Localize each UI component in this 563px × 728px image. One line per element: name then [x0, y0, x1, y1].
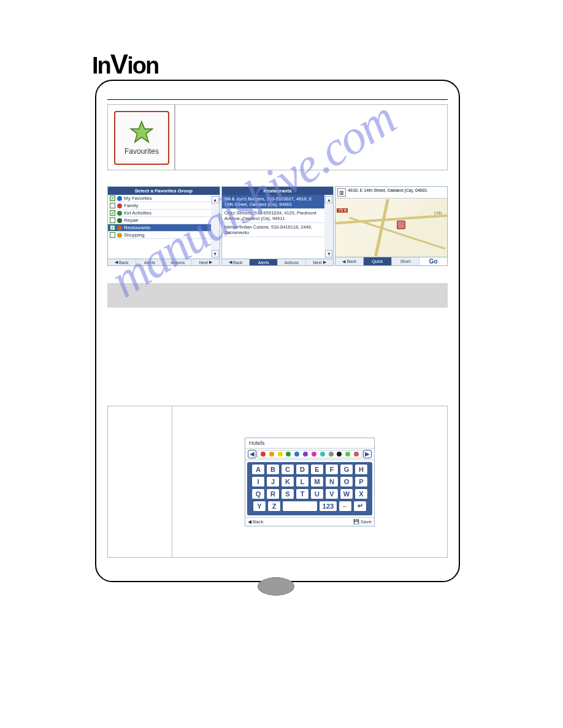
key-q[interactable]: Q [251, 488, 265, 499]
checkbox-icon[interactable]: ✓ [110, 232, 115, 238]
keyboard-back-button[interactable]: ◀Back [245, 518, 310, 526]
alerts-button[interactable]: Alerts [136, 259, 164, 265]
scroll-up-icon[interactable]: ▲ [325, 196, 332, 203]
checkbox-icon[interactable]: ✓ [110, 195, 115, 201]
key-numeric[interactable]: 123 [319, 501, 337, 512]
screenshot-row: Select a Favorites Group ✓My Favorites✓F… [107, 186, 448, 266]
key-enter[interactable]: ↵ [353, 501, 367, 512]
alerts-button[interactable]: Alerts [250, 259, 278, 265]
key-x[interactable]: X [354, 488, 368, 499]
list-item[interactable]: Chez Simone, 510-6551034, 4125, Piedmont… [222, 209, 325, 223]
key-h[interactable]: H [354, 464, 368, 475]
keyboard-panel: Hotels ◀ ▶ ABCDEFGH IJKLMNOP QRSTUVWX Y … [245, 438, 375, 526]
key-o[interactable]: O [340, 476, 353, 487]
category-icon[interactable] [261, 452, 266, 457]
top-rule [107, 99, 448, 100]
key-a[interactable]: A [251, 464, 265, 475]
category-dot-icon [117, 196, 122, 201]
panel2-scrollbar[interactable]: ▲ ▼ [324, 195, 333, 259]
category-icon[interactable] [320, 452, 325, 457]
category-prev-button[interactable]: ◀ [248, 450, 256, 458]
actions-button[interactable]: Actions [278, 259, 306, 265]
list-item[interactable]: ✓Repair [108, 217, 211, 224]
key-j[interactable]: J [266, 476, 280, 487]
category-icon[interactable] [329, 452, 334, 457]
list-item[interactable]: ✓My Favorites [108, 195, 211, 202]
list-item-label: Shopping [124, 232, 145, 238]
key-w[interactable]: W [340, 488, 353, 499]
keyboard-row: Y Z 123 ← ↵ [250, 501, 370, 512]
key-d[interactable]: D [296, 464, 309, 475]
key-r[interactable]: R [266, 488, 280, 499]
checkbox-icon[interactable]: ✓ [110, 218, 115, 223]
category-icon[interactable] [286, 452, 291, 457]
list-item[interactable]: Bill & Joe's Burgers, 510-5323027, 4610,… [222, 195, 325, 209]
category-icon[interactable] [278, 452, 283, 457]
key-e[interactable]: E [310, 464, 324, 475]
panel1-list: ✓My Favorites✓Family✓Kid Activities✓Repa… [108, 195, 211, 259]
key-g[interactable]: G [340, 464, 353, 475]
list-item[interactable]: ✓Family [108, 202, 211, 210]
device-home-button[interactable] [258, 577, 294, 596]
panel-restaurants: Restaurants Bill & Joe's Burgers, 510-53… [221, 186, 334, 266]
keyboard-save-button[interactable]: 💾Save [310, 518, 374, 526]
list-item-label: My Favorites [124, 195, 152, 201]
next-button[interactable]: Next [306, 259, 334, 265]
scroll-down-icon[interactable]: ▼ [212, 250, 219, 257]
key-backspace[interactable]: ← [339, 501, 352, 512]
map-canvas[interactable]: 75 ft 14th [335, 199, 447, 257]
brand-logo: InVion [92, 49, 158, 80]
category-icon[interactable] [312, 452, 316, 457]
key-f[interactable]: F [325, 464, 339, 475]
key-k[interactable]: K [281, 476, 294, 487]
checkbox-icon[interactable]: ✓ [110, 225, 115, 230]
scroll-down-icon[interactable]: ▼ [325, 250, 332, 257]
category-icon[interactable] [269, 452, 274, 457]
category-icon[interactable] [294, 452, 299, 457]
go-button[interactable]: Go [419, 257, 447, 265]
key-b[interactable]: B [266, 464, 280, 475]
checkbox-icon[interactable]: ✓ [110, 203, 115, 208]
list-item[interactable]: Mehak Indian Cuisine, 510-8416118, 2449,… [222, 223, 325, 237]
actions-button[interactable]: Actions [164, 259, 192, 265]
short-button[interactable]: Short [392, 257, 420, 265]
category-next-button[interactable]: ▶ [363, 450, 372, 458]
keyboard-keys: ABCDEFGH IJKLMNOP QRSTUVWX Y Z 123 ← ↵ [247, 462, 372, 515]
favourites-tile-box: Favourites [107, 104, 175, 170]
key-u[interactable]: U [310, 488, 324, 499]
next-button[interactable]: Next [192, 259, 220, 265]
star-icon [129, 120, 154, 145]
key-l[interactable]: L [296, 476, 309, 487]
lower-right-col: Hotels ◀ ▶ ABCDEFGH IJKLMNOP QRSTUVWX Y … [172, 406, 447, 557]
key-t[interactable]: T [296, 488, 309, 499]
list-item-label: Family [124, 203, 139, 208]
category-icon[interactable] [303, 452, 308, 457]
key-z[interactable]: Z [267, 501, 281, 512]
key-n[interactable]: N [325, 476, 339, 487]
favourites-tile[interactable]: Favourites [114, 111, 169, 165]
checkbox-icon[interactable]: ✓ [110, 210, 115, 216]
panel-map: ▥ 4610, E 14th Street, Oakland (Ca), 046… [335, 186, 448, 266]
key-m[interactable]: M [310, 476, 324, 487]
list-item[interactable]: ✓Kid Activities [108, 210, 211, 217]
key-p[interactable]: P [354, 476, 368, 487]
category-icon[interactable] [345, 452, 350, 457]
back-button[interactable]: Back [335, 257, 364, 265]
back-button[interactable]: Back [108, 259, 136, 265]
list-item[interactable]: ✓Restourants [108, 224, 211, 232]
key-space[interactable] [282, 501, 318, 512]
list-item-label: Repair [124, 218, 139, 223]
key-y[interactable]: Y [253, 501, 266, 512]
category-icon[interactable] [354, 452, 359, 457]
panel1-scrollbar[interactable]: ▲ ▼ [211, 195, 220, 259]
category-icon[interactable] [337, 452, 342, 457]
key-i[interactable]: I [251, 476, 265, 487]
scroll-up-icon[interactable]: ▲ [212, 196, 219, 203]
key-c[interactable]: C [281, 464, 294, 475]
key-s[interactable]: S [281, 488, 294, 499]
quick-button[interactable]: Quick [364, 257, 392, 265]
back-button[interactable]: Back [222, 259, 250, 265]
list-item[interactable]: ✓Shopping [108, 232, 211, 239]
category-icons[interactable] [257, 450, 362, 458]
key-v[interactable]: V [325, 488, 339, 499]
